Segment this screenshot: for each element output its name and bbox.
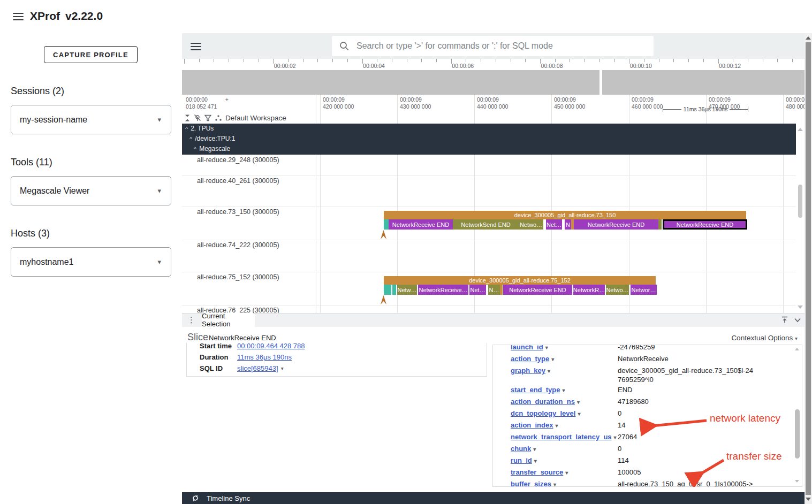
timeline-overview[interactable] <box>182 70 805 95</box>
trace-slice[interactable] <box>392 285 396 295</box>
arg-key-chunk[interactable]: chunk▾ <box>511 443 618 455</box>
trace-slice[interactable]: NetworkReceive… <box>418 285 468 295</box>
trace-slice[interactable]: NetworkReceive END <box>663 219 747 230</box>
ruler-tick <box>259 59 259 62</box>
collapse-caret-icon[interactable]: ^ <box>194 144 196 155</box>
arg-value: END <box>618 384 756 394</box>
scroll-down-icon[interactable] <box>798 306 803 309</box>
timeline-sync-bar[interactable]: Timeline Sync <box>182 492 805 504</box>
trace-slice[interactable] <box>658 219 662 230</box>
collapse-caret-icon[interactable]: ^ <box>189 134 192 144</box>
dock-to-top-icon[interactable] <box>780 316 789 324</box>
arg-key-action_duration_ns[interactable]: action_duration_ns▾ <box>511 396 618 408</box>
ruler-tick <box>436 59 437 62</box>
detail-key: Start time <box>200 343 237 350</box>
scrollbar-thumb[interactable] <box>798 185 802 218</box>
trace-slice[interactable]: Net… <box>546 219 562 230</box>
track-row[interactable]: all-reduce.74_222 (300005) <box>182 240 796 272</box>
trace-slice[interactable]: NetworkR… <box>573 285 605 295</box>
slice-details-table: Start time00:00:09.464 428 788Duration11… <box>186 343 487 377</box>
detail-row: SQL IDslice[685943]▾ <box>187 363 487 374</box>
trace-slice[interactable]: Networ… <box>631 285 657 295</box>
trace-slice[interactable] <box>500 285 503 295</box>
arg-key-dcn_topology_level[interactable]: dcn_topology_level▾ <box>511 408 618 419</box>
ruler-tick <box>688 59 689 62</box>
detail-value-link[interactable]: slice[685943] <box>237 364 278 372</box>
tool-select[interactable]: Megascale Viewer ▾ <box>11 176 171 205</box>
ruler-gridline <box>551 95 552 124</box>
sidebar-toggle-icon[interactable] <box>191 43 201 50</box>
arg-key-launch_id[interactable]: launch_id▾ <box>511 345 618 353</box>
host-select[interactable]: myhostname1 ▾ <box>11 247 171 277</box>
track-group--device-tpu-1[interactable]: ^/device:TPU:1 <box>182 134 796 144</box>
trace-slice[interactable]: NetworkReceive END <box>389 219 453 230</box>
arg-key-graph_key[interactable]: graph_key▾ <box>511 365 618 377</box>
collapse-panel-icon[interactable] <box>794 317 801 323</box>
scroll-up-icon[interactable] <box>806 36 811 40</box>
ruler-tick <box>421 59 422 62</box>
track-row[interactable]: all-reduce.75_152 (300005)device_300005_… <box>182 272 796 306</box>
ruler-gridline <box>474 95 475 124</box>
scroll-up-icon[interactable] <box>798 128 803 131</box>
tab-current-selection[interactable]: Current Selection <box>202 313 255 327</box>
collapse-caret-icon[interactable]: ^ <box>185 124 188 134</box>
collapse-icon[interactable] <box>184 114 191 121</box>
ruler-timestamp: 00:00:09480 000 000 <box>786 96 805 110</box>
track-row[interactable]: all-reduce.29_248 (300005) <box>182 155 796 176</box>
viewport-indicator[interactable] <box>599 70 602 95</box>
ruler-tick <box>407 59 407 62</box>
arg-key-transfer_source[interactable]: transfer_source▾ <box>511 467 618 478</box>
arg-key-action_index[interactable]: action_index▾ <box>511 419 618 431</box>
trace-slice[interactable]: N… <box>488 285 500 295</box>
scrollbar-thumb[interactable] <box>806 42 811 495</box>
pin-off-icon[interactable] <box>194 114 201 121</box>
session-select[interactable]: my-session-name ▾ <box>11 105 171 134</box>
capture-profile-button[interactable]: CAPTURE PROFILE <box>44 46 138 63</box>
search-input[interactable] <box>355 41 654 51</box>
trace-slice[interactable]: NetworkSend END <box>453 219 519 230</box>
scroll-up-icon[interactable] <box>795 348 799 350</box>
menu-icon[interactable] <box>13 13 24 20</box>
ruler-origin: 00:00:00 + 018 052 471 <box>186 96 229 110</box>
arg-key-action_type[interactable]: action_type▾ <box>511 353 618 365</box>
track-group-megascale[interactable]: ^Megascale <box>182 144 796 154</box>
track-group-2-tpus[interactable]: ^2. TPUs <box>182 124 796 134</box>
ruler-timestamp: 00:00:09460 000 000 <box>632 96 663 110</box>
omnibox[interactable] <box>332 36 654 56</box>
arg-key-start_end_type[interactable]: start_end_type▾ <box>511 384 618 396</box>
trace-slice[interactable] <box>384 285 391 295</box>
filter-icon[interactable] <box>204 114 211 121</box>
page-scrollbar[interactable] <box>805 33 812 504</box>
contextual-options-button[interactable]: Contextual Options ▾ <box>728 334 798 342</box>
detail-value-link[interactable]: 00:00:09.464 428 788 <box>237 343 305 350</box>
xprof-app: XProf v2.22.0 CAPTURE PROFILE Sessions (… <box>0 0 812 504</box>
session-select-value: my-session-name <box>20 115 87 125</box>
workspace-label[interactable]: Default Workspace <box>225 114 286 122</box>
trace-slice[interactable]: NetworkReceive END <box>574 219 658 230</box>
trace-slice[interactable]: Netwo… <box>519 219 543 230</box>
scroll-down-icon[interactable] <box>806 498 811 501</box>
track-scrollbar[interactable] <box>796 124 805 313</box>
ruler-tick <box>214 59 214 62</box>
trace-slice[interactable]: NetworkReceive END <box>503 285 572 295</box>
ruler-tick <box>614 59 615 62</box>
slice-group-bar[interactable]: device_300005_gid_all-reduce.73_150 <box>384 211 746 219</box>
workspace-icon[interactable] <box>215 114 222 121</box>
trace-slice[interactable]: Netwo… <box>606 285 629 295</box>
chevron-down-icon[interactable]: ▾ <box>281 365 284 371</box>
slice-group-bar[interactable]: device_300005_gid_all-reduce.75_152 <box>384 276 656 285</box>
arg-key-buffer_sizes[interactable]: buffer_sizes▾ <box>511 478 618 487</box>
arg-key-network_transport_latency_us[interactable]: network_transport_latency_us▾ <box>511 431 618 443</box>
trace-slice[interactable]: N <box>565 219 571 230</box>
panel-menu-icon[interactable]: ⋮ <box>187 315 195 325</box>
ruler-tick <box>748 59 748 62</box>
trace-slice[interactable]: Net… <box>469 285 486 295</box>
trace-slice[interactable] <box>384 219 389 230</box>
track-row[interactable]: all-reduce.76_225 (300005) <box>182 305 796 313</box>
search-icon <box>338 40 350 52</box>
arg-key-run_id[interactable]: run_id▾ <box>511 455 618 467</box>
track-row[interactable]: all-reduce.40_261 (300005) <box>182 175 796 207</box>
track-row[interactable]: all-reduce.73_150 (300005)device_300005_… <box>182 207 796 240</box>
trace-slice[interactable]: Netw… <box>397 285 417 295</box>
detail-value-link[interactable]: 11ms 36µs 190ns <box>237 353 292 361</box>
